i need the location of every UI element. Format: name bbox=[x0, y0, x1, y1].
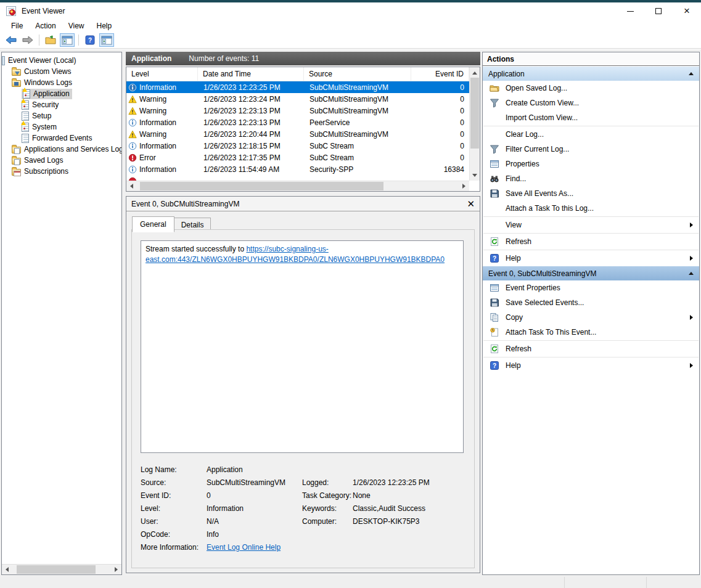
menu-action[interactable]: Action bbox=[29, 20, 62, 31]
table-row[interactable]: Warning 1/26/2023 12:20:44 PM SubCMultiS… bbox=[126, 128, 469, 140]
table-row[interactable]: Information 1/26/2023 12:23:13 PM PeerSe… bbox=[126, 116, 469, 128]
filter-icon bbox=[490, 98, 499, 108]
action-view[interactable]: View bbox=[483, 218, 699, 232]
close-button[interactable]: × bbox=[673, 2, 701, 20]
export-log-icon[interactable] bbox=[43, 33, 58, 47]
menu-help[interactable]: Help bbox=[91, 20, 118, 31]
scrollbar-thumb[interactable] bbox=[470, 78, 479, 149]
tree-item-applications-and-services-logs[interactable]: Applications and Services Logs bbox=[2, 144, 121, 155]
action-clear-log[interactable]: Clear Log... bbox=[483, 127, 699, 142]
scroll-right-icon[interactable] bbox=[111, 565, 121, 574]
scroll-right-icon[interactable] bbox=[459, 181, 469, 191]
event-log-online-help-link[interactable]: Event Log Online Help bbox=[207, 543, 281, 552]
tree-item-windows-logs[interactable]: Windows Logs bbox=[2, 77, 121, 88]
tree-item-setup[interactable]: Setup bbox=[2, 110, 121, 121]
field-value: 1/26/2023 12:23:25 PM bbox=[353, 478, 473, 487]
save-icon bbox=[490, 189, 499, 198]
back-arrow-icon[interactable] bbox=[4, 33, 18, 47]
toolbar-separator bbox=[78, 35, 79, 46]
table-row[interactable]: Information 1/26/2023 12:23:25 PM SubCMu… bbox=[126, 81, 469, 93]
scroll-left-icon[interactable] bbox=[126, 181, 137, 191]
minimize-button[interactable] bbox=[616, 2, 644, 20]
help-icon: ? bbox=[490, 253, 499, 263]
tree-item-forwarded-events[interactable]: Forwarded Events bbox=[2, 133, 121, 144]
action-help[interactable]: ? Help bbox=[483, 251, 699, 266]
column-header-source[interactable]: Source bbox=[304, 67, 411, 81]
save-icon bbox=[490, 298, 499, 308]
actions-section-header-event[interactable]: Event 0, SubCMultiStreamingVM bbox=[483, 266, 699, 280]
show-console-tree-icon[interactable] bbox=[60, 33, 75, 47]
copy-icon bbox=[490, 312, 499, 322]
action-attach-task-to-event[interactable]: Attach Task To This Event... bbox=[483, 325, 699, 340]
column-header-event-id[interactable]: Event ID bbox=[411, 67, 469, 81]
action-help-event[interactable]: ? Help bbox=[483, 358, 699, 373]
field-value: DESKTOP-KIK75P3 bbox=[353, 517, 473, 526]
action-filter-current-log[interactable]: Filter Current Log... bbox=[483, 142, 699, 157]
close-icon[interactable]: ✕ bbox=[467, 200, 475, 208]
show-action-pane-icon[interactable] bbox=[99, 33, 114, 47]
scrollbar-thumb[interactable] bbox=[140, 182, 383, 190]
event-list-vertical-scrollbar[interactable] bbox=[469, 67, 480, 181]
table-row[interactable]: Information 1/26/2023 12:18:15 PM SubC S… bbox=[126, 140, 469, 152]
field-label: Logged: bbox=[302, 478, 353, 487]
action-create-custom-view[interactable]: Create Custom View... bbox=[483, 96, 699, 110]
action-import-custom-view[interactable]: Import Custom View... bbox=[483, 110, 699, 125]
event-description-text: Stream started successfully to bbox=[146, 245, 246, 253]
detail-tab-content: Stream started successfully to https://s… bbox=[131, 229, 475, 568]
titlebar: Event Viewer × bbox=[0, 2, 701, 20]
table-row[interactable]: Warning 1/26/2023 12:23:24 PM SubCMultiS… bbox=[126, 93, 469, 105]
event-detail-header: Event 0, SubCMultiStreamingVM ✕ bbox=[126, 197, 480, 211]
tree-item-saved-logs[interactable]: Saved Logs bbox=[2, 155, 121, 166]
action-event-properties[interactable]: Event Properties bbox=[483, 280, 699, 295]
action-copy[interactable]: Copy bbox=[483, 310, 699, 325]
tree-item-system[interactable]: System bbox=[2, 121, 121, 133]
information-icon bbox=[128, 142, 137, 150]
event-log-icon bbox=[23, 89, 30, 99]
action-attach-task-to-log[interactable]: Attach a Task To this Log... bbox=[483, 201, 699, 216]
console-tree-pane: Event Viewer (Local) Custom Views Window… bbox=[1, 52, 122, 575]
scroll-left-icon[interactable] bbox=[2, 565, 12, 574]
action-refresh-event[interactable]: Refresh bbox=[483, 341, 699, 356]
submenu-arrow-icon bbox=[690, 363, 693, 368]
bottom-status-strip bbox=[0, 576, 701, 588]
tree-item-custom-views[interactable]: Custom Views bbox=[2, 66, 121, 77]
action-open-saved-log[interactable]: Open Saved Log... bbox=[483, 81, 699, 96]
event-list-horizontal-scrollbar[interactable] bbox=[126, 181, 469, 191]
status-divider bbox=[564, 577, 565, 588]
tree-item-event-viewer-local[interactable]: Event Viewer (Local) bbox=[2, 55, 121, 66]
saved-logs-folder-icon bbox=[12, 158, 21, 165]
tree-item-subscriptions[interactable]: Subscriptions bbox=[2, 166, 121, 177]
collapse-icon[interactable] bbox=[689, 272, 694, 275]
field-label: User: bbox=[141, 517, 207, 526]
table-row[interactable]: Warning 1/26/2023 12:23:13 PM SubCMultiS… bbox=[126, 105, 469, 116]
menu-file[interactable]: File bbox=[5, 20, 29, 31]
submenu-arrow-icon bbox=[690, 315, 693, 320]
folder-icon bbox=[12, 147, 21, 153]
field-label: OpCode: bbox=[141, 530, 207, 539]
action-refresh[interactable]: Refresh bbox=[483, 234, 699, 249]
tree-item-application[interactable]: Application bbox=[2, 88, 121, 99]
column-header-level[interactable]: Level bbox=[126, 67, 198, 81]
action-find[interactable]: Find... bbox=[483, 171, 699, 186]
action-save-all-events-as[interactable]: Save All Events As... bbox=[483, 186, 699, 201]
help-icon[interactable]: ? bbox=[83, 33, 97, 47]
maximize-button[interactable] bbox=[644, 2, 673, 20]
action-save-selected-events[interactable]: Save Selected Events... bbox=[483, 295, 699, 310]
forward-arrow-icon[interactable] bbox=[20, 33, 35, 47]
tab-general[interactable]: General bbox=[132, 216, 174, 232]
column-header-date-time[interactable]: Date and Time bbox=[198, 67, 304, 81]
action-properties[interactable]: Properties bbox=[483, 157, 699, 171]
field-value: N/A bbox=[207, 517, 302, 526]
event-viewer-app-icon bbox=[6, 6, 16, 16]
scroll-up-icon[interactable] bbox=[470, 68, 480, 78]
tree-item-security[interactable]: Security bbox=[2, 99, 121, 110]
menu-view[interactable]: View bbox=[62, 20, 91, 31]
table-row[interactable]: Information 1/26/2023 11:54:49 AM Securi… bbox=[126, 163, 469, 175]
actions-section-header-application[interactable]: Application bbox=[483, 66, 699, 81]
table-row[interactable]: Error 1/26/2023 12:17:35 PM SubC Stream … bbox=[126, 152, 469, 163]
sidebar-horizontal-scrollbar[interactable] bbox=[2, 564, 121, 574]
collapse-icon[interactable] bbox=[689, 72, 694, 75]
scroll-down-icon[interactable] bbox=[470, 170, 480, 180]
scrollbar-thumb[interactable] bbox=[17, 565, 96, 574]
warning-icon bbox=[128, 95, 137, 104]
